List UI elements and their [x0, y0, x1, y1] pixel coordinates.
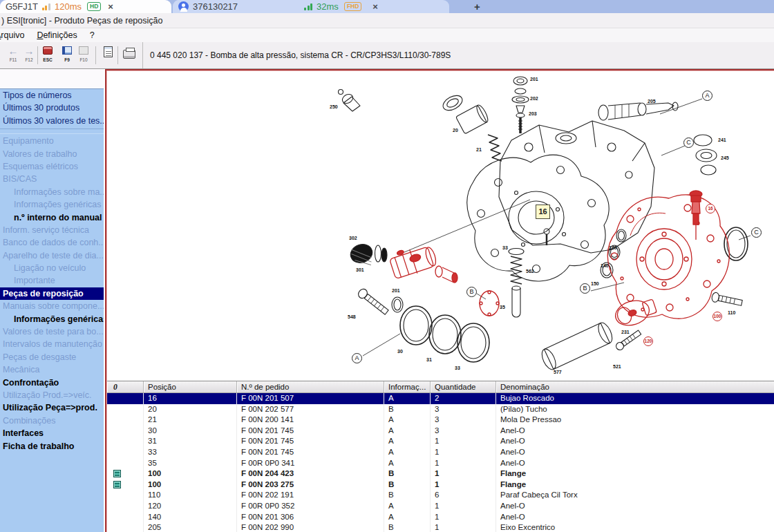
callout-letter-label: B: [580, 283, 590, 294]
position-number-label: 20: [453, 128, 458, 133]
position-number-label: 301: [356, 267, 364, 272]
table-row[interactable]: 16F 00N 201 507A2Bujao Roscado: [107, 393, 774, 404]
quantity-cell: 3: [431, 426, 496, 437]
forward-arrow-icon: →: [21, 45, 37, 57]
back-button[interactable]: ← F11: [6, 45, 21, 66]
sidebar-item-combina-es: Combinações: [0, 415, 104, 427]
latency-value: 32ms: [317, 1, 339, 12]
close-tab-icon[interactable]: ×: [108, 1, 113, 12]
part-icon-cell: [107, 458, 144, 469]
toolbar-separator: [37, 46, 38, 64]
sidebar-item-informa-es-gen-ricas[interactable]: Informações genéricas: [0, 313, 104, 325]
forward-key-label: F12: [21, 57, 37, 63]
forward-button[interactable]: → F12: [21, 45, 37, 66]
new-tab-button[interactable]: +: [474, 1, 480, 12]
table-row[interactable]: 21F 00N 200 141A3Mola De Pressao: [107, 415, 774, 426]
toolbar-separator: [117, 46, 118, 64]
parts-table-header[interactable]: 0PosiçãoN.º de pedidoInformaç...Quantida…: [107, 381, 774, 393]
table-row[interactable]: 205F 00N 202 990B1Eixo Excentrico: [107, 522, 774, 532]
hd-badge: HD: [87, 2, 101, 11]
menu-item-arquivo[interactable]: Arquivo: [0, 30, 24, 40]
parts-table-body: 16F 00N 201 507A2Bujao Roscado20F 00N 20…: [107, 393, 774, 532]
sidebar-item-pe-as-de-desgaste: Peças de desgaste: [0, 351, 104, 363]
sidebar-item-confronta-o[interactable]: Confrontação: [0, 377, 104, 389]
main-panel: 2012022032502021205241245302301201562333…: [105, 69, 774, 532]
callout-letter-label: A: [352, 353, 362, 363]
close-tab-icon[interactable]: ×: [372, 1, 378, 12]
exploded-parts-diagram[interactable]: 2012022032502021205241245302301201562333…: [107, 71, 773, 379]
signal-bars-icon: [42, 3, 50, 10]
list-view-icon: [62, 46, 72, 55]
sidebar-tabrow: [0, 69, 104, 88]
component-manual-icon[interactable]: [113, 481, 121, 488]
table-row[interactable]: 31F 00N 201 745A1Anel-O: [107, 436, 774, 447]
sidebar-item-ltimos-30-valores-de-tes[interactable]: Últimos 30 valores de tes...: [0, 115, 104, 127]
table-row[interactable]: 20F 00N 202 577B3(Pilao) Tucho: [107, 404, 774, 415]
column-header-n-de-pedido[interactable]: N.º de pedido: [237, 381, 384, 392]
order-number-cell: F 00N 204 423: [237, 468, 384, 479]
esc-key-label: ESC: [40, 57, 55, 63]
position-number-label: 16: [706, 204, 715, 213]
table-row[interactable]: 35F 00R 0P0 341A1Anel-O: [107, 458, 774, 469]
callout-letter-label: A: [702, 91, 712, 101]
part-icon-cell: [107, 512, 144, 523]
column-header-informa-[interactable]: Informaç...: [384, 381, 431, 392]
session-tab-1[interactable]: G5FJ1T 120ms HD ×: [0, 0, 171, 13]
denomination-cell: Anel-O: [496, 436, 774, 447]
component-manual-icon[interactable]: [113, 470, 121, 477]
table-row[interactable]: 30F 00N 201 745A3Anel-O: [107, 426, 774, 437]
column-header-posi-o[interactable]: Posição: [144, 381, 237, 392]
table-row[interactable]: 110F 00N 202 191B6Paraf Cabeça Cil Torx: [107, 490, 774, 501]
highlighted-position-label[interactable]: 16: [536, 205, 550, 219]
position-number-label: 33: [502, 245, 508, 250]
order-number-cell: F 00N 201 745: [237, 426, 384, 437]
denomination-cell: Anel-O: [496, 458, 774, 469]
position-number-label: 231: [621, 330, 630, 334]
sidebar-item-equipamento: Equipamento: [0, 135, 104, 147]
column-header-icon[interactable]: 0: [107, 381, 144, 392]
sidebar-item-interfaces[interactable]: Interfaces: [0, 427, 104, 439]
document-button[interactable]: [100, 45, 115, 66]
denomination-cell: Anel-O: [496, 447, 774, 458]
sidebar-item-n-interno-do-manual[interactable]: n.º interno do manual: [0, 211, 104, 224]
table-row[interactable]: 100F 00N 203 275B1Flange: [107, 479, 774, 491]
callout-letter-label: C: [683, 137, 694, 148]
position-number-label: 140: [601, 263, 609, 268]
column-header-denomina-o[interactable]: Denominação: [496, 381, 774, 392]
order-number-cell: F 00N 201 745: [237, 447, 384, 458]
sidebar-item-tipos-de-n-meros[interactable]: Tipos de números: [0, 89, 104, 102]
window-title: ) ESI[tronic] - Produto Peças de reposiç…: [1, 16, 162, 26]
table-row[interactable]: 100F 00N 204 423B1Flange: [107, 468, 774, 479]
sidebar-item-utiliza-o-pe-a-prod[interactable]: Utilização Peça=>prod.: [0, 401, 104, 414]
f9-button[interactable]: F9: [59, 45, 75, 66]
sidebar-item-utiliza-o-prod-ve-c: Utilização Prod.=>veíc.: [0, 389, 104, 401]
position-number-label: 30: [397, 349, 403, 354]
signal-bars-icon: [304, 3, 312, 10]
denomination-cell: Anel-O: [496, 501, 774, 512]
position-cell: 31: [144, 436, 237, 447]
f10-key-label: F10: [76, 57, 91, 63]
pump-exploded-drawing: [107, 71, 773, 379]
order-number-cell: F 00N 203 275: [237, 479, 384, 491]
position-cell: 30: [144, 426, 237, 437]
print-button[interactable]: [122, 45, 137, 66]
menu-item-?[interactable]: ?: [90, 30, 95, 40]
table-row[interactable]: 140F 00N 201 306A1Anel-O: [107, 512, 774, 523]
denomination-cell: Anel-O: [496, 512, 774, 523]
position-number-label: 35: [500, 305, 505, 310]
session-tab-2[interactable]: 376130217 32ms FHD ×: [173, 0, 449, 13]
f10-button[interactable]: F10: [76, 45, 91, 66]
sidebar-item-bis-cas: BIS/CAS: [0, 173, 104, 185]
sidebar-item-ficha-de-trabalho[interactable]: Ficha de trabalho: [0, 440, 104, 453]
sidebar-item-ltimos-30-produtos[interactable]: Últimos 30 produtos: [0, 102, 104, 114]
quantity-cell: 1: [431, 522, 496, 532]
table-row[interactable]: 33F 00N 201 745A1Anel-O: [107, 447, 774, 458]
table-row[interactable]: 120F 00R 0P0 352A1Anel-O: [107, 501, 774, 512]
position-number-label: 562: [526, 269, 534, 274]
column-header-quantidade[interactable]: Quantidade: [431, 381, 496, 392]
menu-item-definies[interactable]: Definições: [37, 30, 77, 40]
esc-button[interactable]: ESC: [40, 45, 55, 66]
quantity-cell: 1: [431, 479, 496, 491]
sidebar-item-banco-de-dados-de-conh: Banco de dados de conh...: [0, 236, 104, 249]
sidebar-item-pe-as-de-reposi-o[interactable]: Peças de reposição: [0, 287, 104, 300]
